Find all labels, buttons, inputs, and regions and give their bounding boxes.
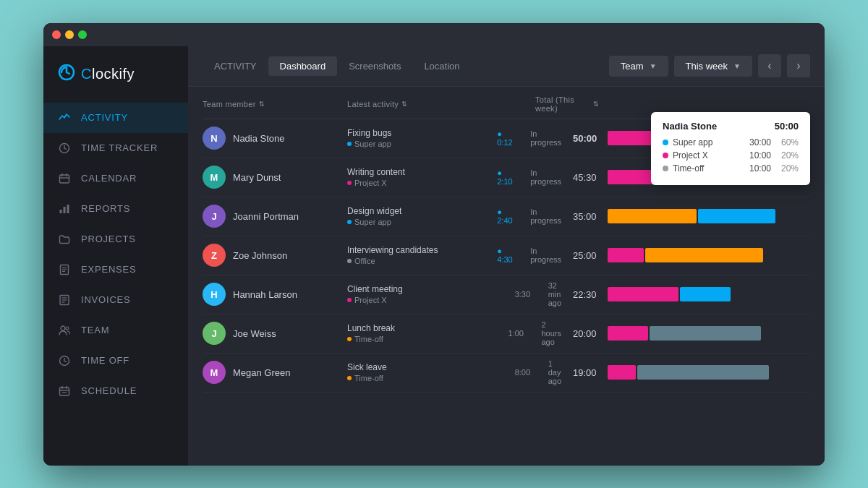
col-chart [608, 95, 810, 113]
prev-period-button[interactable]: ‹ [758, 54, 781, 77]
tooltip-label: Super app [673, 137, 741, 147]
tab-dashboard[interactable]: Dashboard [268, 56, 338, 76]
sidebar-item-label: TIME OFF [81, 355, 129, 366]
total-time: 22:30 [573, 289, 599, 300]
col-total: Total (This week) ⇅ [535, 95, 608, 113]
tab-location[interactable]: Location [412, 56, 471, 76]
time-status: In progress [530, 247, 561, 264]
svg-rect-20 [60, 388, 69, 395]
total-time: 20:00 [573, 328, 599, 339]
svg-rect-6 [60, 210, 62, 213]
tooltip-dot [663, 140, 668, 145]
col-latest-activity: Latest activity ⇅ [347, 95, 535, 113]
bar-segment [608, 209, 697, 223]
member-cell: M Mary Dunst [203, 166, 347, 189]
sidebar-item-time-tracker[interactable]: TIME TRACKER [43, 133, 188, 163]
total-time: 50:00 [573, 133, 599, 144]
svg-point-17 [61, 326, 65, 330]
member-name: Zoe Johnson [233, 250, 287, 261]
svg-point-18 [66, 327, 69, 330]
activity-title: Sick leave [347, 362, 524, 372]
tab-screenshots[interactable]: Screenshots [337, 56, 412, 76]
table-row: Z Zoe Johnson Interviewing candidates Of… [203, 236, 810, 275]
sidebar-item-time-off[interactable]: TIME OFF [43, 346, 188, 376]
receipt-icon [58, 263, 71, 276]
project-dot [347, 259, 352, 263]
sidebar-item-team[interactable]: TEAM [43, 315, 188, 346]
minimize-button[interactable] [65, 30, 74, 39]
sidebar-item-invoices[interactable]: INVOICES [43, 285, 188, 315]
project-name: Super app [354, 140, 391, 148]
next-period-button[interactable]: › [787, 54, 810, 77]
chevron-down-icon: ▼ [650, 62, 657, 70]
sidebar-item-calendar[interactable]: CALENDAR [43, 163, 188, 194]
time-cell: ● 0:12 In progress 50:00 [535, 129, 608, 147]
member-name: Joe Weiss [233, 328, 276, 339]
col-label: Total (This week) [535, 95, 590, 113]
table-row: N Nadia Stone Fixing bugs Super app ● 0:… [203, 119, 810, 158]
clock-icon [58, 142, 71, 155]
activity-cell: Sick leave Time-off [347, 362, 535, 382]
activity-sub: Time-off [347, 374, 524, 382]
invoice-icon [58, 294, 71, 307]
maximize-button[interactable] [78, 30, 87, 39]
time-cell: 8:00 1 day ago 19:00 [535, 359, 608, 385]
sidebar-item-label: SCHEDULE [81, 385, 137, 396]
svg-rect-2 [60, 175, 69, 183]
total-cell [608, 248, 810, 262]
time-elapsed: ● 2:40 [497, 207, 519, 225]
team-filter-button[interactable]: Team ▼ [609, 56, 668, 77]
project-dot [347, 220, 352, 224]
titlebar [43, 23, 825, 46]
sidebar-item-activity[interactable]: ACTIVITY [43, 103, 188, 133]
project-name: Super app [354, 218, 391, 226]
app-layout: Clockify ACTIVITY TIME TRA [43, 46, 825, 466]
time-elapsed: ● 0:12 [497, 129, 519, 147]
time-elapsed: 1:00 [508, 329, 529, 338]
tooltip-time: 10:00 [745, 150, 771, 160]
tooltip-row: Super app 30:00 60% [663, 137, 799, 147]
sidebar-item-reports[interactable]: REPORTS [43, 194, 188, 224]
bar-container [608, 209, 810, 223]
col-team-member: Team member ⇅ [203, 95, 347, 113]
close-button[interactable] [52, 30, 61, 39]
logo-text: Clockify [81, 66, 135, 82]
project-name: Office [354, 257, 375, 265]
sidebar: Clockify ACTIVITY TIME TRA [43, 46, 188, 466]
table-row: M Megan Green Sick leave Time-off 8:00 1… [203, 354, 810, 393]
tooltip-card: Nadia Stone 50:00 Super app 30:00 60% Pr… [651, 112, 810, 185]
sidebar-item-label: PROJECTS [81, 234, 136, 244]
member-name: Mary Dunst [233, 172, 281, 183]
chevron-down-icon: ▼ [733, 62, 741, 70]
logo-icon [58, 64, 75, 85]
member-name: Megan Green [233, 367, 291, 378]
activity-title: Client meeting [347, 284, 524, 294]
member-name: Joanni Portman [233, 211, 299, 222]
bar-chart-icon [58, 202, 71, 215]
avatar: M [203, 361, 226, 384]
period-filter-button[interactable]: This week ▼ [674, 56, 752, 77]
project-dot [347, 142, 352, 146]
col-label: Team member [203, 100, 256, 108]
sidebar-item-schedule[interactable]: SCHEDULE [43, 376, 188, 406]
total-time: 35:00 [573, 211, 599, 222]
total-time: 19:00 [573, 367, 599, 378]
activity-cell: Lunch break Time-off [347, 323, 535, 343]
project-name: Time-off [354, 335, 383, 343]
member-cell: M Megan Green [203, 361, 347, 384]
avatar: N [203, 127, 226, 150]
team-icon [58, 324, 71, 337]
sidebar-item-label: CALENDAR [81, 173, 137, 184]
time-status: 32 min ago [548, 281, 561, 307]
col-label: Latest activity [347, 100, 399, 108]
tab-activity[interactable]: ACTIVITY [203, 56, 268, 76]
sidebar-item-label: TEAM [81, 325, 109, 335]
sidebar-item-projects[interactable]: PROJECTS [43, 224, 188, 254]
time-elapsed: ● 4:30 [497, 247, 519, 264]
sidebar-item-label: INVOICES [81, 294, 131, 305]
tooltip-dot [663, 153, 668, 158]
sidebar-item-expenses[interactable]: EXPENSES [43, 254, 188, 285]
schedule-icon [58, 385, 71, 398]
time-cell: 1:00 2 hours ago 20:00 [535, 320, 608, 346]
avatar: J [203, 322, 226, 345]
